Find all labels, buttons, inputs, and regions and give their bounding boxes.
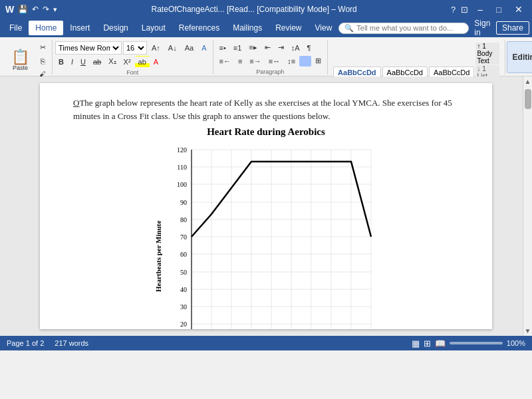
menu-review[interactable]: Review: [269, 21, 308, 35]
scroll-up-arrow[interactable]: ▲: [523, 76, 532, 86]
title-bar: W 💾 ↶ ↷ ▾ RateOfChangeActi... [Read... […: [0, 0, 532, 19]
font-size-select[interactable]: 16: [123, 41, 147, 55]
menu-file[interactable]: File: [3, 21, 29, 35]
align-center-button[interactable]: ≡: [235, 55, 245, 67]
menu-mailings[interactable]: Mailings: [226, 21, 269, 35]
underline-button[interactable]: U: [77, 56, 89, 68]
text-highlight-button[interactable]: ab: [135, 56, 150, 68]
undo-icon[interactable]: ↶: [32, 5, 39, 14]
bullets-button[interactable]: ≡•: [216, 42, 229, 54]
menu-view[interactable]: View: [309, 21, 339, 35]
svg-text:70: 70: [180, 233, 187, 241]
svg-text:120: 120: [177, 146, 187, 154]
word-count: 217 words: [55, 339, 88, 347]
increase-indent-button[interactable]: ⇥: [275, 41, 287, 54]
align-left-button[interactable]: ≡←: [216, 55, 234, 67]
italic-button[interactable]: I: [68, 56, 76, 68]
web-layout-button[interactable]: ⊞: [424, 338, 431, 348]
font-color-button[interactable]: A: [150, 56, 162, 68]
svg-text:60: 60: [180, 251, 187, 258]
tell-me-input[interactable]: [356, 24, 463, 32]
title-bar-title: RateOfChangeActi... [Read... [Compatibil…: [57, 5, 451, 14]
menu-bar: File Home Insert Design Layout Reference…: [0, 19, 532, 37]
change-case-button[interactable]: Aa: [182, 42, 197, 54]
font-label: Font: [126, 69, 138, 76]
menu-references[interactable]: References: [172, 21, 226, 35]
font-group: Times New Roman 16 A↑ A↓ Aa A B I U ab X…: [53, 40, 213, 74]
paste-label: Paste: [13, 65, 28, 71]
intro-paragraph: OThe graph below represents the heart ra…: [73, 96, 459, 122]
intro-prefix: O: [73, 98, 79, 108]
shading-button[interactable]: [299, 56, 311, 66]
style-body-text[interactable]: ↑ 1 Body Text: [475, 43, 499, 65]
search-icon: 🔍: [344, 24, 354, 33]
show-formatting-button[interactable]: ¶: [304, 42, 315, 54]
borders-button[interactable]: ⊞: [312, 55, 325, 67]
strikethrough-button[interactable]: ab: [90, 56, 104, 68]
superscript-button[interactable]: X²: [120, 56, 134, 68]
zoom-slider[interactable]: [450, 342, 503, 344]
y-axis-label: Heartbeats per Minute: [154, 156, 162, 329]
font-name-select[interactable]: Times New Roman: [55, 41, 122, 55]
status-right: ▦ ⊞ 📖 100%: [412, 338, 525, 348]
svg-text:90: 90: [180, 199, 187, 206]
chart-svg: 120 110 100 90 80 70 60 50 40 30 20 10 5: [165, 143, 378, 329]
chart-line: [192, 162, 371, 237]
print-layout-button[interactable]: ▦: [412, 338, 420, 348]
redo-icon[interactable]: ↷: [43, 5, 49, 14]
page: OThe graph below represents the heart ra…: [40, 83, 492, 329]
share-button[interactable]: Share: [496, 21, 529, 35]
close-button[interactable]: ✕: [511, 4, 527, 15]
styles-group: AaBbCcDd AaBbCcDd AaBbCcDd ↑ 1 Body Text…: [328, 40, 505, 74]
bold-button[interactable]: B: [55, 56, 67, 68]
read-mode-button[interactable]: 📖: [435, 338, 446, 348]
decrease-font-button[interactable]: A↓: [165, 42, 180, 54]
paste-button[interactable]: 📋 Paste: [7, 48, 34, 73]
justify-button[interactable]: ≡↔: [265, 55, 283, 67]
copy-button[interactable]: ⎘: [36, 55, 49, 67]
menu-home[interactable]: Home: [29, 21, 63, 35]
sign-in-button[interactable]: Sign in: [474, 19, 491, 37]
svg-text:100: 100: [177, 181, 187, 188]
sort-button[interactable]: ↕A: [288, 42, 303, 54]
ribbon: 📋 Paste ✂ ⎘ 🖌 Clipboard Times New Roman: [0, 37, 532, 76]
vertical-scrollbar[interactable]: ▲ ▼: [523, 76, 532, 336]
chart-container: Heartbeats per Minute: [73, 143, 459, 329]
title-bar-controls: ? ⊡ – □ ✕: [451, 4, 527, 15]
minimize-button[interactable]: –: [473, 4, 487, 15]
editing-panel: Editing: [507, 41, 532, 73]
increase-font-button[interactable]: A↑: [148, 42, 164, 54]
scroll-thumb[interactable]: [525, 89, 531, 109]
document-area: OThe graph below represents the heart ra…: [0, 76, 532, 336]
multilevel-button[interactable]: ≡▸: [245, 41, 260, 54]
status-bar: Page 1 of 2 217 words ▦ ⊞ 📖 100%: [0, 336, 532, 350]
paragraph-label: Paragraph: [256, 68, 284, 75]
scroll-down-arrow[interactable]: ▼: [523, 326, 532, 336]
subscript-button[interactable]: X₂: [105, 55, 119, 68]
paste-icon: 📋: [11, 50, 29, 65]
menu-design[interactable]: Design: [96, 21, 134, 35]
help-icon[interactable]: ?: [451, 5, 456, 15]
tell-me-wrap: 🔍: [338, 23, 469, 34]
editing-label: Editing: [513, 53, 532, 62]
menu-layout[interactable]: Layout: [135, 21, 172, 35]
decrease-indent-button[interactable]: ⇤: [261, 41, 274, 54]
menu-insert[interactable]: Insert: [63, 21, 96, 35]
maximize-button[interactable]: □: [492, 5, 505, 15]
cut-button[interactable]: ✂: [36, 41, 49, 54]
ribbon-content: 📋 Paste ✂ ⎘ 🖌 Clipboard Times New Roman: [4, 40, 528, 74]
numbering-button[interactable]: ≡1: [230, 42, 245, 54]
page-info: Page 1 of 2: [7, 339, 44, 347]
text-effects-button[interactable]: A: [198, 42, 209, 54]
save-icon[interactable]: 💾: [18, 5, 28, 14]
chart-plot-area: 120 110 100 90 80 70 60 50 40 30 20 10 5: [165, 143, 378, 329]
clipboard-mini-buttons: ✂ ⎘ 🖌: [36, 41, 49, 80]
svg-text:80: 80: [180, 216, 187, 223]
svg-text:50: 50: [180, 269, 187, 276]
align-right-button[interactable]: ≡→: [246, 55, 264, 67]
line-spacing-button[interactable]: ↕≡: [284, 55, 299, 67]
word-logo-icon: W: [5, 4, 14, 15]
ribbon-toggle-icon[interactable]: ⊡: [461, 5, 468, 15]
svg-text:30: 30: [180, 303, 187, 311]
sign-in-area: 🔍 Sign in Share: [338, 19, 529, 37]
